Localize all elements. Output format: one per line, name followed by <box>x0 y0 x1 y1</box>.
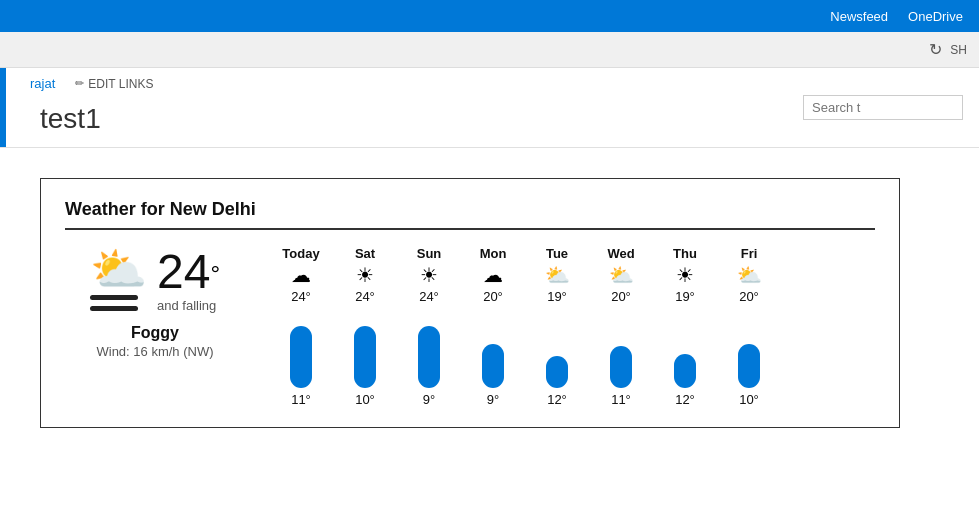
day-label: Sat <box>355 246 375 261</box>
weather-body: ⛅ 24° and falling Foggy Wind: 16 km/h (N… <box>65 246 875 407</box>
day-icon: ☀ <box>676 265 694 285</box>
bar-container <box>738 308 760 388</box>
cloud-icon: ⛅ <box>90 246 147 292</box>
day-icon: ☀ <box>420 265 438 285</box>
bar-container <box>674 308 696 388</box>
temp-bar <box>674 354 696 388</box>
day-label: Today <box>282 246 319 261</box>
forecast-day-thu: Thu ☀ 19° 12° <box>659 246 711 407</box>
day-icon: ⛅ <box>545 265 570 285</box>
day-label: Fri <box>741 246 758 261</box>
forecast-day-fri: Fri ⛅ 20° 10° <box>723 246 775 407</box>
low-temp: 12° <box>675 392 695 407</box>
breadcrumb-link[interactable]: rajat <box>30 76 55 91</box>
current-weather: ⛅ 24° and falling Foggy Wind: 16 km/h (N… <box>65 246 245 359</box>
temp-bar <box>290 326 312 388</box>
blue-accent-bar <box>0 68 6 147</box>
day-icon: ☁ <box>291 265 311 285</box>
day-icon: ⛅ <box>737 265 762 285</box>
fog-line-1 <box>90 295 138 300</box>
current-weather-top: ⛅ 24° and falling <box>90 246 220 314</box>
day-label: Mon <box>480 246 507 261</box>
high-temp: 20° <box>611 289 631 304</box>
high-temp: 24° <box>419 289 439 304</box>
falling-text: and falling <box>157 298 220 313</box>
day-label: Thu <box>673 246 697 261</box>
high-temp: 20° <box>483 289 503 304</box>
newsfeed-link[interactable]: Newsfeed <box>830 9 888 24</box>
temp-bar <box>546 356 568 388</box>
forecast-day-sun: Sun ☀ 24° 9° <box>403 246 455 407</box>
wind-text: Wind: 16 km/h (NW) <box>96 344 213 359</box>
forecast-container: Today ☁ 24° 11° Sat ☀ 24° 10° Sun ☀ 24° … <box>275 246 875 407</box>
low-temp: 10° <box>355 392 375 407</box>
site-header: rajat ✏ EDIT LINKS test1 <box>0 68 979 148</box>
weather-title: Weather for New Delhi <box>65 199 875 230</box>
weather-widget: Weather for New Delhi ⛅ 24° and falling … <box>40 178 900 428</box>
forecast-day-tue: Tue ⛅ 19° 12° <box>531 246 583 407</box>
condition-text: Foggy <box>131 324 179 342</box>
current-temp-block: 24° and falling <box>157 248 220 313</box>
degree-symbol: ° <box>210 259 220 286</box>
onedrive-link[interactable]: OneDrive <box>908 9 963 24</box>
bar-container <box>354 308 376 388</box>
current-temp: 24 <box>157 245 210 298</box>
low-temp: 12° <box>547 392 567 407</box>
sync-icon: ↻ <box>929 40 942 59</box>
bar-container <box>482 308 504 388</box>
temp-bar <box>354 326 376 388</box>
day-label: Wed <box>607 246 634 261</box>
low-temp: 9° <box>487 392 499 407</box>
temp-bar <box>418 326 440 388</box>
high-temp: 24° <box>291 289 311 304</box>
day-label: Tue <box>546 246 568 261</box>
temp-bar <box>610 346 632 388</box>
temp-bar <box>482 344 504 388</box>
low-temp: 11° <box>611 392 631 407</box>
fog-lines: ⛅ <box>90 246 147 314</box>
forecast-day-today: Today ☁ 24° 11° <box>275 246 327 407</box>
day-icon: ⛅ <box>609 265 634 285</box>
day-icon: ☀ <box>356 265 374 285</box>
fog-line-2 <box>90 306 138 311</box>
edit-links-button[interactable]: ✏ EDIT LINKS <box>75 77 153 91</box>
temp-bar <box>738 344 760 388</box>
search-input[interactable] <box>803 95 963 120</box>
bar-container <box>418 308 440 388</box>
bar-container <box>290 308 312 388</box>
high-temp: 20° <box>739 289 759 304</box>
day-label: Sun <box>417 246 442 261</box>
site-title: test1 <box>40 95 803 139</box>
day-icon: ☁ <box>483 265 503 285</box>
bar-container <box>546 308 568 388</box>
forecast-day-mon: Mon ☁ 20° 9° <box>467 246 519 407</box>
low-temp: 11° <box>291 392 311 407</box>
forecast-day-sat: Sat ☀ 24° 10° <box>339 246 391 407</box>
header-content: rajat ✏ EDIT LINKS test1 <box>30 76 803 139</box>
second-bar: ↻ SH <box>0 32 979 68</box>
user-initials: SH <box>950 43 967 57</box>
forecast-day-wed: Wed ⛅ 20° 11° <box>595 246 647 407</box>
low-temp: 10° <box>739 392 759 407</box>
bar-container <box>610 308 632 388</box>
high-temp: 19° <box>547 289 567 304</box>
high-temp: 24° <box>355 289 375 304</box>
low-temp: 9° <box>423 392 435 407</box>
pencil-icon: ✏ <box>75 77 84 90</box>
main-content: Weather for New Delhi ⛅ 24° and falling … <box>0 148 979 458</box>
high-temp: 19° <box>675 289 695 304</box>
top-navbar: Newsfeed OneDrive <box>0 0 979 32</box>
